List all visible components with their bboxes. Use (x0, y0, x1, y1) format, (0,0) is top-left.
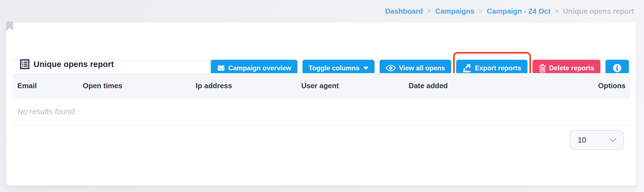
export-icon (462, 63, 472, 73)
breadcrumb-separator: > (479, 7, 482, 15)
breadcrumb-dashboard[interactable]: Dashboard (385, 7, 423, 16)
breadcrumb-separator: > (427, 7, 431, 15)
breadcrumb: Dashboard > Campaigns > Campaign - 24 Oc… (385, 0, 634, 22)
title-row: Unique opens report (20, 59, 114, 69)
column-header-date-added: Date added (404, 73, 541, 99)
report-table: Email Open times Ip address User agent D… (13, 73, 630, 125)
chevron-down-icon (609, 138, 617, 142)
column-header-options: Options (541, 73, 630, 99)
column-header-email: Email (13, 73, 78, 99)
page-size-select[interactable]: 10 (570, 130, 624, 150)
breadcrumb-current-page: Unique opens report (563, 7, 634, 16)
delete-reports-label: Delete reports (549, 64, 594, 72)
empty-results-row: No results found. (13, 99, 630, 125)
report-card: Unique opens report Campaign overview To… (6, 22, 636, 186)
breadcrumb-campaigns[interactable]: Campaigns (435, 7, 474, 16)
envelope-icon (217, 65, 225, 71)
column-header-ip-address: Ip address (191, 73, 297, 99)
list-report-icon (20, 59, 29, 69)
table-header-row: Email Open times Ip address User agent D… (13, 73, 630, 99)
trash-icon (539, 64, 546, 73)
caret-down-icon (363, 67, 368, 70)
bookmark-ribbon-icon (6, 22, 13, 31)
column-header-open-times: Open times (78, 73, 191, 99)
report-table-wrap: Email Open times Ip address User agent D… (13, 73, 630, 125)
export-reports-label: Export reports (475, 64, 521, 72)
page-title: Unique opens report (34, 60, 114, 69)
empty-results-message: No results found. (13, 99, 630, 125)
campaign-overview-label: Campaign overview (228, 64, 291, 72)
view-all-opens-label: View all opens (399, 64, 445, 72)
breadcrumb-separator: > (555, 7, 559, 15)
card-header: Unique opens report Campaign overview To… (13, 22, 629, 61)
info-circle-icon (612, 63, 622, 73)
toggle-columns-label: Toggle columns (309, 64, 359, 72)
page-size-value: 10 (578, 136, 586, 145)
column-header-user-agent: User agent (297, 73, 404, 99)
breadcrumb-campaign-24-oct[interactable]: Campaign - 24 Oct (487, 7, 550, 16)
eye-icon (386, 64, 396, 72)
